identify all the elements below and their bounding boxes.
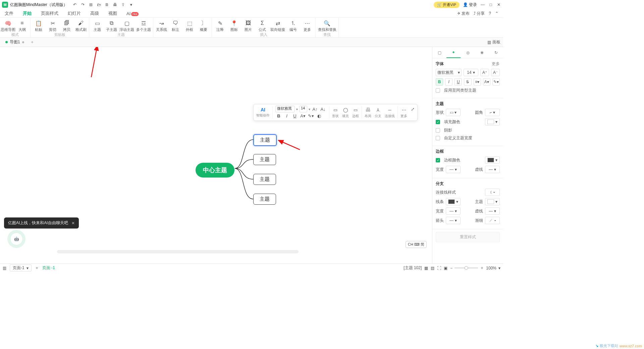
ime-indicator[interactable]: CH ⌨ 简 [406, 241, 427, 248]
horizontal-scrollbar[interactable] [57, 250, 299, 253]
fmt-ai[interactable]: AI智能创作 [255, 106, 271, 119]
zoom-out-button[interactable]: − [450, 266, 452, 270]
fit-screen-icon[interactable]: ⛶ [437, 266, 441, 270]
share-button[interactable]: ⤴ 分享 [474, 11, 485, 16]
view-mode-1-icon[interactable]: ▦ [424, 266, 428, 270]
rp-tab-page[interactable]: ▢ [432, 47, 446, 58]
fullscreen-icon[interactable]: ▣ [444, 266, 447, 270]
rp-underline[interactable]: U [454, 78, 462, 86]
zoom-dropdown-icon[interactable]: ▾ [498, 266, 500, 270]
topic-node-2[interactable]: 主题 [253, 154, 276, 165]
rp-branch-taper[interactable]: ⟋ ▾ [485, 217, 500, 224]
chevron-down-icon[interactable]: ▾ [296, 107, 298, 111]
copy-button[interactable]: 🗐拷贝 [60, 18, 73, 32]
undo-icon[interactable]: ↶ [72, 2, 77, 7]
add-page-button[interactable]: ＋ [35, 265, 39, 271]
menu-view[interactable]: 视图 [108, 10, 117, 16]
rp-branch-dash[interactable]: — ▾ [485, 207, 500, 215]
floating-topic-button[interactable]: ▢浮动主题 [119, 18, 135, 32]
rp-border-color-select[interactable]: ▾ [485, 156, 500, 164]
rp-bold[interactable]: B [436, 78, 443, 86]
center-topic-node[interactable]: 中心主题 [196, 163, 234, 178]
image-button[interactable]: 🖼图片 [241, 18, 255, 32]
rp-border-color-check[interactable]: ✓ [436, 158, 440, 162]
rp-font-family[interactable]: 微软雅黑▾ [436, 69, 462, 76]
rp-align[interactable]: ≡▾ [474, 78, 481, 86]
fmt-border[interactable]: ▭边框 [351, 106, 360, 119]
icon-button[interactable]: 📍图标 [227, 18, 241, 32]
rp-connector-style[interactable]: ⟮ ▾ [485, 189, 500, 196]
new-icon[interactable]: ⊞ [88, 2, 94, 7]
rp-shadow-check[interactable] [436, 128, 440, 133]
rp-strike[interactable]: S̶ [464, 78, 471, 86]
rp-tab-icon[interactable]: ◎ [461, 47, 475, 58]
rp-font-color[interactable]: A▾ [483, 78, 490, 86]
bold-button[interactable]: B [275, 112, 282, 119]
note-button[interactable]: ✎注释 [213, 18, 227, 32]
mindmap-button[interactable]: 🧠思维导图 [1, 18, 15, 32]
fmt-more[interactable]: ⋯更多 [399, 106, 409, 119]
clear-format-button[interactable]: ◐ [316, 112, 322, 119]
chevron-down-icon[interactable]: ▾ [309, 107, 310, 111]
page-selector[interactable]: 页面-1▾ [10, 264, 32, 271]
toast-close-button[interactable]: ✕ [71, 221, 75, 226]
relationship-button[interactable]: ↝关系线 [155, 18, 168, 32]
cut-button[interactable]: ✂剪切 [46, 18, 59, 32]
font-increase-button[interactable]: A↑ [312, 106, 318, 112]
topic-node-4[interactable]: 主题 [253, 194, 276, 205]
export-icon[interactable]: ⇪ [120, 2, 126, 7]
menu-home[interactable]: 开始 [23, 10, 32, 16]
rp-fill-color[interactable]: ▾ [485, 118, 500, 126]
add-tab-button[interactable]: ＋ [30, 39, 34, 45]
menu-advanced[interactable]: 高级 [90, 10, 99, 16]
menu-file[interactable]: 文件 [5, 10, 13, 16]
outline-button[interactable]: ≡大纲 [15, 18, 29, 32]
topic-node-3[interactable]: 主题 [253, 174, 276, 185]
save-icon[interactable]: 🗎 [104, 2, 110, 7]
rp-font-size[interactable]: 14 ▾ [464, 69, 478, 76]
rp-highlight[interactable]: ✎▾ [492, 78, 500, 86]
font-color-button[interactable]: A▾ [300, 112, 306, 119]
rp-radius-select[interactable]: ⌐ ▾ [485, 109, 500, 116]
rp-branch-arrow[interactable]: — ▾ [446, 217, 461, 224]
close-button[interactable]: ✕ [496, 2, 501, 7]
view-mode-2-icon[interactable]: ▤ [431, 266, 434, 270]
italic-button[interactable]: I [283, 112, 290, 119]
open-icon[interactable]: 🗁 [96, 2, 102, 7]
menu-page-style[interactable]: 页面样式 [41, 10, 58, 16]
status-pages-icon[interactable]: ▥ [3, 266, 6, 270]
multi-topic-button[interactable]: ☲多个主题 [136, 18, 152, 32]
rp-border-dash[interactable]: — ▾ [485, 166, 500, 173]
format-painter-button[interactable]: 🖌格式刷 [74, 18, 88, 32]
underline-button[interactable]: U [291, 112, 298, 119]
subtopic-button[interactable]: ⧉子主题 [105, 18, 118, 32]
rp-apply-same-check[interactable] [436, 88, 440, 93]
rp-font-increase[interactable]: A⁺ [480, 69, 489, 76]
rp-branch-width[interactable]: — ▾ [446, 207, 461, 215]
menu-slideshow[interactable]: 幻灯片 [68, 10, 81, 16]
topic-button[interactable]: ▭主题 [91, 18, 104, 32]
formula-button[interactable]: Σ公式 [256, 18, 269, 32]
font-decrease-button[interactable]: A↓ [320, 106, 326, 112]
boundary-button[interactable]: ⬚外框 [183, 18, 196, 32]
find-replace-button[interactable]: 🔍查找和替换 [317, 18, 337, 32]
rp-custom-width-check[interactable] [436, 136, 440, 140]
help-icon[interactable]: ? [489, 11, 491, 16]
highlight-button[interactable]: ✎▾ [308, 112, 314, 119]
zoom-slider[interactable] [454, 267, 478, 268]
fmt-fill[interactable]: ◯填充 [341, 106, 350, 119]
font-more-link[interactable]: 更多 [492, 61, 500, 67]
panel-toggle-icon[interactable]: ▥ [487, 40, 491, 45]
panel-toggle-label[interactable]: 面板 [492, 39, 500, 45]
document-tab[interactable]: 导图1 [3, 39, 27, 45]
rp-border-width[interactable]: — ▾ [446, 166, 461, 173]
login-button[interactable]: 👤登录 [463, 2, 477, 8]
rp-tab-history[interactable]: ↻ [489, 47, 503, 58]
menu-ai[interactable]: AIHot [126, 11, 139, 16]
topic-node-1[interactable]: 主题 [253, 134, 277, 146]
rp-branch-theme[interactable]: ▾ [485, 198, 500, 205]
rp-italic[interactable]: I [445, 78, 452, 86]
rp-font-decrease[interactable]: A⁻ [491, 69, 500, 76]
collapse-ribbon-icon[interactable]: ⌃ [495, 11, 498, 16]
minimize-button[interactable]: — [480, 2, 485, 7]
